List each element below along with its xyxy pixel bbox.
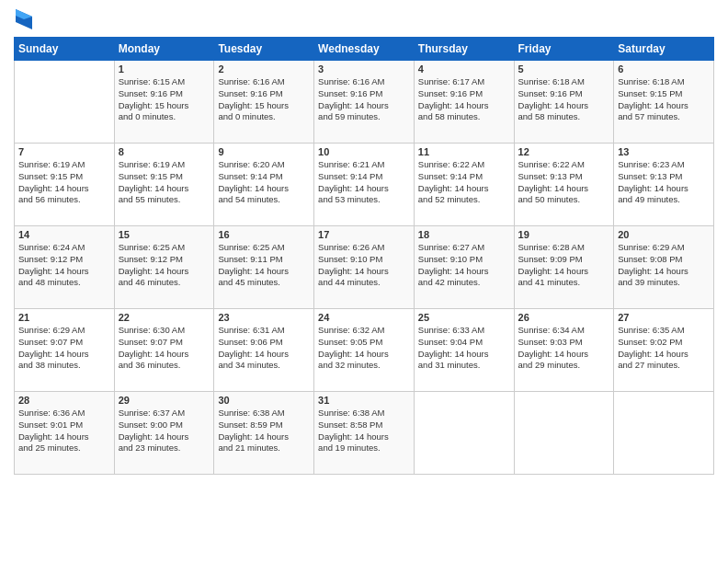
calendar-cell: 31Sunrise: 6:38 AM Sunset: 8:58 PM Dayli… <box>314 392 415 475</box>
day-number: 21 <box>18 312 110 323</box>
cell-content: Sunrise: 6:33 AM Sunset: 9:04 PM Dayligh… <box>418 325 510 372</box>
day-number: 27 <box>618 312 710 323</box>
header-day-saturday: Saturday <box>614 38 714 61</box>
calendar-cell: 3Sunrise: 6:16 AM Sunset: 9:16 PM Daylig… <box>314 61 415 144</box>
cell-content: Sunrise: 6:30 AM Sunset: 9:07 PM Dayligh… <box>119 325 210 372</box>
calendar-cell: 6Sunrise: 6:18 AM Sunset: 9:15 PM Daylig… <box>614 61 714 144</box>
day-number: 5 <box>518 63 610 75</box>
logo-icon <box>16 9 32 29</box>
calendar-cell: 24Sunrise: 6:32 AM Sunset: 9:05 PM Dayli… <box>314 309 415 392</box>
day-number: 20 <box>618 229 710 240</box>
cell-content: Sunrise: 6:35 AM Sunset: 9:02 PM Dayligh… <box>618 325 710 372</box>
calendar-cell <box>414 392 514 475</box>
header-day-friday: Friday <box>514 38 614 61</box>
calendar-cell: 23Sunrise: 6:31 AM Sunset: 9:06 PM Dayli… <box>214 309 314 392</box>
day-number: 2 <box>218 63 310 75</box>
calendar-cell <box>514 392 614 475</box>
cell-content: Sunrise: 6:29 AM Sunset: 9:07 PM Dayligh… <box>18 325 110 372</box>
calendar-cell: 26Sunrise: 6:34 AM Sunset: 9:03 PM Dayli… <box>514 309 614 392</box>
cell-content: Sunrise: 6:38 AM Sunset: 8:59 PM Dayligh… <box>218 408 310 454</box>
cell-content: Sunrise: 6:36 AM Sunset: 9:01 PM Dayligh… <box>18 408 110 454</box>
cell-content: Sunrise: 6:31 AM Sunset: 9:06 PM Dayligh… <box>218 325 310 372</box>
cell-content: Sunrise: 6:18 AM Sunset: 9:15 PM Dayligh… <box>618 76 710 123</box>
cell-content: Sunrise: 6:16 AM Sunset: 9:16 PM Dayligh… <box>218 76 310 123</box>
day-number: 7 <box>18 146 110 157</box>
cell-content: Sunrise: 6:15 AM Sunset: 9:16 PM Dayligh… <box>119 76 210 123</box>
calendar-header: SundayMondayTuesdayWednesdayThursdayFrid… <box>15 38 714 61</box>
day-number: 4 <box>418 63 510 75</box>
day-number: 28 <box>18 395 110 406</box>
cell-content: Sunrise: 6:20 AM Sunset: 9:14 PM Dayligh… <box>218 159 310 206</box>
day-number: 30 <box>218 395 310 406</box>
cell-content: Sunrise: 6:22 AM Sunset: 9:14 PM Dayligh… <box>418 159 510 206</box>
cell-content: Sunrise: 6:37 AM Sunset: 9:00 PM Dayligh… <box>119 408 210 454</box>
day-number: 26 <box>518 312 610 323</box>
logo <box>14 9 32 29</box>
header-row: SundayMondayTuesdayWednesdayThursdayFrid… <box>15 38 714 61</box>
day-number: 1 <box>119 63 210 75</box>
calendar-cell: 13Sunrise: 6:23 AM Sunset: 9:13 PM Dayli… <box>614 144 714 226</box>
day-number: 31 <box>318 395 410 406</box>
day-number: 13 <box>618 146 710 157</box>
day-number: 9 <box>218 146 310 157</box>
calendar-table: SundayMondayTuesdayWednesdayThursdayFrid… <box>14 37 714 475</box>
day-number: 24 <box>318 312 410 323</box>
calendar-cell: 14Sunrise: 6:24 AM Sunset: 9:12 PM Dayli… <box>15 226 115 309</box>
day-number: 10 <box>318 146 410 157</box>
calendar-cell: 25Sunrise: 6:33 AM Sunset: 9:04 PM Dayli… <box>414 309 514 392</box>
week-row-5: 28Sunrise: 6:36 AM Sunset: 9:01 PM Dayli… <box>15 392 714 475</box>
calendar-cell: 21Sunrise: 6:29 AM Sunset: 9:07 PM Dayli… <box>15 309 115 392</box>
cell-content: Sunrise: 6:16 AM Sunset: 9:16 PM Dayligh… <box>318 76 410 123</box>
week-row-3: 14Sunrise: 6:24 AM Sunset: 9:12 PM Dayli… <box>15 226 714 309</box>
calendar-cell: 22Sunrise: 6:30 AM Sunset: 9:07 PM Dayli… <box>114 309 214 392</box>
header-day-sunday: Sunday <box>15 38 115 61</box>
cell-content: Sunrise: 6:25 AM Sunset: 9:11 PM Dayligh… <box>218 242 310 289</box>
day-number: 25 <box>418 312 510 323</box>
day-number: 3 <box>318 63 410 75</box>
page-header <box>14 9 714 29</box>
day-number: 22 <box>119 312 210 323</box>
cell-content: Sunrise: 6:28 AM Sunset: 9:09 PM Dayligh… <box>518 242 610 289</box>
calendar-body: 1Sunrise: 6:15 AM Sunset: 9:16 PM Daylig… <box>15 61 714 475</box>
day-number: 29 <box>119 395 210 406</box>
header-day-monday: Monday <box>114 38 214 61</box>
calendar-cell: 5Sunrise: 6:18 AM Sunset: 9:16 PM Daylig… <box>514 61 614 144</box>
calendar-cell: 17Sunrise: 6:26 AM Sunset: 9:10 PM Dayli… <box>314 226 415 309</box>
calendar-cell: 2Sunrise: 6:16 AM Sunset: 9:16 PM Daylig… <box>214 61 314 144</box>
calendar-cell: 19Sunrise: 6:28 AM Sunset: 9:09 PM Dayli… <box>514 226 614 309</box>
cell-content: Sunrise: 6:23 AM Sunset: 9:13 PM Dayligh… <box>618 159 710 206</box>
calendar-cell <box>614 392 714 475</box>
cell-content: Sunrise: 6:34 AM Sunset: 9:03 PM Dayligh… <box>518 325 610 372</box>
calendar-cell: 15Sunrise: 6:25 AM Sunset: 9:12 PM Dayli… <box>114 226 214 309</box>
calendar-cell: 30Sunrise: 6:38 AM Sunset: 8:59 PM Dayli… <box>214 392 314 475</box>
calendar-cell: 10Sunrise: 6:21 AM Sunset: 9:14 PM Dayli… <box>314 144 415 226</box>
cell-content: Sunrise: 6:38 AM Sunset: 8:58 PM Dayligh… <box>318 408 410 454</box>
calendar-cell: 11Sunrise: 6:22 AM Sunset: 9:14 PM Dayli… <box>414 144 514 226</box>
week-row-1: 1Sunrise: 6:15 AM Sunset: 9:16 PM Daylig… <box>15 61 714 144</box>
calendar-cell <box>15 61 115 144</box>
day-number: 12 <box>518 146 610 157</box>
calendar-cell: 7Sunrise: 6:19 AM Sunset: 9:15 PM Daylig… <box>15 144 115 226</box>
cell-content: Sunrise: 6:24 AM Sunset: 9:12 PM Dayligh… <box>18 242 110 289</box>
day-number: 14 <box>18 229 110 240</box>
cell-content: Sunrise: 6:18 AM Sunset: 9:16 PM Dayligh… <box>518 76 610 123</box>
cell-content: Sunrise: 6:27 AM Sunset: 9:10 PM Dayligh… <box>418 242 510 289</box>
cell-content: Sunrise: 6:25 AM Sunset: 9:12 PM Dayligh… <box>119 242 210 289</box>
calendar-cell: 20Sunrise: 6:29 AM Sunset: 9:08 PM Dayli… <box>614 226 714 309</box>
cell-content: Sunrise: 6:26 AM Sunset: 9:10 PM Dayligh… <box>318 242 410 289</box>
cell-content: Sunrise: 6:22 AM Sunset: 9:13 PM Dayligh… <box>518 159 610 206</box>
calendar-cell: 27Sunrise: 6:35 AM Sunset: 9:02 PM Dayli… <box>614 309 714 392</box>
day-number: 11 <box>418 146 510 157</box>
day-number: 15 <box>119 229 210 240</box>
day-number: 23 <box>218 312 310 323</box>
cell-content: Sunrise: 6:21 AM Sunset: 9:14 PM Dayligh… <box>318 159 410 206</box>
calendar-cell: 4Sunrise: 6:17 AM Sunset: 9:16 PM Daylig… <box>414 61 514 144</box>
day-number: 19 <box>518 229 610 240</box>
header-day-thursday: Thursday <box>414 38 514 61</box>
week-row-4: 21Sunrise: 6:29 AM Sunset: 9:07 PM Dayli… <box>15 309 714 392</box>
day-number: 18 <box>418 229 510 240</box>
cell-content: Sunrise: 6:19 AM Sunset: 9:15 PM Dayligh… <box>18 159 110 206</box>
cell-content: Sunrise: 6:29 AM Sunset: 9:08 PM Dayligh… <box>618 242 710 289</box>
calendar-cell: 8Sunrise: 6:19 AM Sunset: 9:15 PM Daylig… <box>114 144 214 226</box>
calendar-cell: 29Sunrise: 6:37 AM Sunset: 9:00 PM Dayli… <box>114 392 214 475</box>
